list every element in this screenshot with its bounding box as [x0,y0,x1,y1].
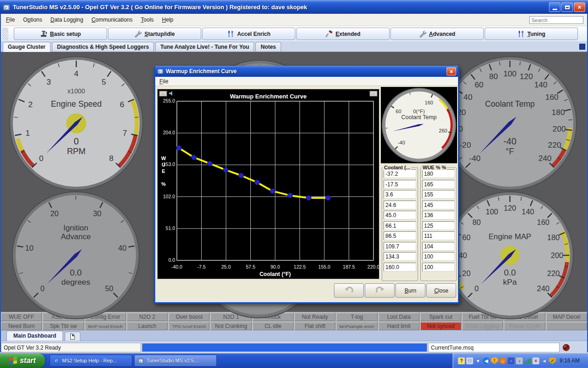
search-input[interactable] [529,16,583,24]
curve-point[interactable] [207,161,212,166]
svg-text:140: 140 [522,207,534,216]
toolbar-advanced[interactable]: Advanced [390,28,484,40]
toolbar-startup-idle[interactable]: Startup/idle [108,28,201,40]
chart-options-left-button[interactable]: ... [159,91,167,96]
wue-cell-8[interactable]: 100 [422,252,455,261]
svg-text:50: 50 [105,284,113,293]
indicator-need-burn: Need Burn [1,322,42,330]
coolant-cell-4[interactable]: 45.0 [384,211,416,219]
minimize-icon [553,9,557,10]
messenger-icon[interactable]: ◀ [483,357,490,364]
network-error-icon[interactable]: × [532,357,539,364]
wue-cell-4[interactable]: 136 [422,211,455,219]
dialog-titlebar[interactable]: Warmup Enrichment Curve × [155,66,458,77]
tab-diagnostics-high-speed-loggers[interactable]: Diagnostics & High Speed Loggers [52,42,154,52]
tab-items: Gauge ClusterDiagnostics & High Speed Lo… [3,41,281,52]
dialog-menu-file[interactable]: File [155,77,172,86]
wue-cell-5[interactable]: 125 [422,221,455,230]
display-icon[interactable]: ▪ [508,357,514,364]
coolant-cell-7[interactable]: 109.7 [384,242,416,251]
burn-button[interactable]: Burn [396,283,425,298]
antivirus-shield-icon[interactable]: ✓ [549,357,556,364]
new-dashboard-tab-button[interactable] [65,332,80,341]
close-button[interactable]: × [574,2,585,12]
curve-point[interactable] [326,196,331,201]
toolbar-tuning[interactable]: Tuning [485,28,578,40]
indicator-t-log: T-log [336,313,377,321]
chart-options-right-button[interactable]: ... [370,91,377,96]
maximize-button[interactable] [561,2,573,12]
svg-text:90.0: 90.0 [271,264,280,270]
tab-overflow-icon[interactable] [579,44,585,50]
coolant-cell-8[interactable]: 134.3 [384,252,416,261]
toolbar-accel-enrich[interactable]: Accel Enrich [202,28,295,40]
update-icon[interactable]: ☺ [499,357,506,364]
redo-button[interactable] [365,283,395,298]
tab-main-dashboard[interactable]: Main Dashboard [6,331,63,341]
wue-cell-6[interactable]: 111 [422,231,455,240]
curve-point[interactable] [270,189,275,194]
dialog-close-button[interactable]: × [447,67,456,75]
menu-communications[interactable]: Communications [87,14,136,25]
svg-text:80: 80 [472,218,481,226]
audio-device-icon[interactable]: ♪ [516,357,523,364]
svg-text:4: 4 [74,69,79,78]
maximize-icon [565,6,570,9]
coolant-cell-3[interactable]: 24.6 [384,201,416,209]
wue-cell-0[interactable]: 180 [422,169,455,178]
tab-gauge-cluster[interactable]: Gauge Cluster [3,42,51,52]
svg-text:20: 20 [462,269,470,277]
note-question-icon[interactable]: ? [458,357,465,364]
coolant-cell-1[interactable]: -17.5 [384,180,416,189]
status-row: Need BurnSpk Tbl swMAP Accel EnrichLaunc… [1,322,587,330]
curve-point[interactable] [223,167,228,172]
security-alert-shield-icon[interactable]: ! [491,357,498,364]
coolant-cell-0[interactable]: -37.2 [384,169,416,178]
close-dialog-button[interactable]: Close [426,283,456,298]
wue-cell-2[interactable]: 155 [422,190,455,199]
wue-cell-9[interactable]: 100 [422,263,455,271]
hide-icons-arrow[interactable]: ▾ [475,357,481,364]
svg-text:Ignition: Ignition [63,224,88,232]
curve-point[interactable] [192,155,197,160]
task-tunerstudio-ms-v2-5[interactable]: TunerStudio MS v2.5.... [134,355,217,367]
curve-point[interactable] [254,180,260,185]
svg-text:255.0: 255.0 [163,98,175,104]
toolbar-extended[interactable]: Extended [296,28,390,40]
curve-point[interactable] [306,196,311,201]
coolant-cell-5[interactable]: 66.1 [384,221,416,230]
wue-cell-3[interactable]: 145 [422,201,455,209]
tab-tune-analyze-live-tune-for-you[interactable]: Tune Analyze Live! - Tune For You [155,42,254,52]
undo-button[interactable] [334,283,364,298]
indicator-flat-shift: Flat shift [294,322,335,330]
volume-icon[interactable]: ◄ [541,357,548,364]
coolant-cell-2[interactable]: 3.6 [384,190,416,199]
network-signal-icon[interactable] [524,357,531,364]
menu-tools[interactable]: Tools [137,14,158,25]
ignition-advance-gauge: 01020304050IgnitionAdvance0.0degrees [11,190,141,322]
svg-text:10: 10 [25,244,34,252]
menu-help[interactable]: Help [158,14,178,25]
svg-text:0.0: 0.0 [504,268,516,277]
app-icon [3,4,10,11]
svg-text:160: 160 [545,92,559,102]
toolbar-drag-handle[interactable] [2,28,8,40]
toolbar-basic-setup[interactable]: Basic setup [14,28,107,40]
menu-data-logging[interactable]: Data Logging [46,14,87,25]
curve-point[interactable] [238,173,243,178]
wue-cell-1[interactable]: 165 [422,180,455,189]
menu-options[interactable]: Options [19,14,46,25]
coolant-cell-9[interactable]: 160.0 [384,263,416,271]
menu-file[interactable]: File [2,14,19,25]
tab-notes[interactable]: Notes [255,42,281,52]
wue-cell-7[interactable]: 104 [422,242,455,251]
minimize-button[interactable] [549,2,560,12]
coolant-cell-6[interactable]: 86.5 [384,231,416,240]
curve-point[interactable] [288,193,293,198]
wue-column-header: WUE % % [422,165,447,170]
dialog-coolant-gauge-panel: -40601602600(°F)Coolant Temp [381,87,457,163]
curve-point[interactable] [176,145,181,150]
task-ms2-setup-help-rep[interactable]: eMS2 Setup Help - Rep... [50,355,132,367]
start-button[interactable]: start [0,353,45,368]
window-restore-icon[interactable]: □ [466,357,473,364]
